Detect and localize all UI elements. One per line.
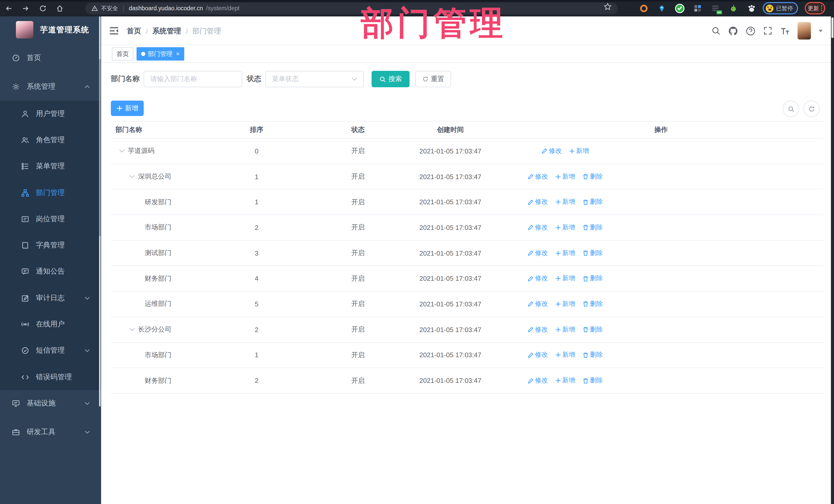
sidebar: 芋道管理系统 首页 系统管理 用户管理 角色管理: [0, 17, 101, 504]
sidebar-item-sms[interactable]: 短信管理: [0, 337, 101, 364]
dept-name-cell: 财务部门: [111, 266, 228, 291]
extension-paw[interactable]: [746, 3, 757, 14]
delete-link[interactable]: 删除: [582, 274, 603, 283]
window-scrollbar[interactable]: [831, 17, 834, 504]
close-icon[interactable]: ×: [176, 51, 180, 57]
delete-link[interactable]: 删除: [582, 249, 603, 257]
edit-link[interactable]: 修改: [527, 223, 548, 232]
caret-down-icon[interactable]: [819, 29, 823, 32]
delete-link[interactable]: 删除: [582, 351, 603, 359]
reset-button[interactable]: 重置: [415, 71, 451, 87]
fullscreen-button[interactable]: [763, 26, 772, 36]
delete-link[interactable]: 删除: [582, 325, 603, 334]
extension-orange-ring[interactable]: [638, 3, 649, 14]
tab-home[interactable]: 首页: [112, 47, 133, 61]
trash-icon: [582, 276, 588, 282]
status-value: 开启: [285, 241, 431, 266]
hamburger-button[interactable]: [109, 26, 119, 36]
add-child-link[interactable]: 新增: [569, 147, 589, 155]
row-actions: 修改 新增 删除: [469, 343, 824, 368]
header-search-button[interactable]: [711, 26, 721, 36]
gear-icon: [12, 83, 20, 91]
extension-green-creature[interactable]: [728, 3, 739, 14]
expand-arrow-icon[interactable]: [129, 175, 135, 179]
pencil-icon: [527, 199, 533, 205]
extension-blue-pin[interactable]: [656, 3, 667, 14]
sidebar-item-online-users[interactable]: 在线用户: [0, 311, 101, 338]
sidebar-item-dict[interactable]: 字典管理: [0, 232, 101, 259]
status-select[interactable]: 菜单状态: [265, 71, 364, 87]
add-child-link[interactable]: 新增: [555, 249, 575, 257]
sidebar-scrollbar-thumb[interactable]: [99, 59, 101, 236]
edit-link[interactable]: 修改: [527, 274, 548, 283]
created-time: 2021-01-05 17:03:47: [431, 266, 469, 291]
breadcrumb-home[interactable]: 首页: [127, 27, 141, 36]
browser-back-button[interactable]: [3, 2, 15, 14]
expand-arrow-icon[interactable]: [129, 327, 135, 332]
extension-blocks[interactable]: [692, 3, 703, 14]
add-child-link[interactable]: 新增: [555, 351, 575, 359]
delete-link[interactable]: 删除: [582, 376, 603, 385]
edit-link[interactable]: 修改: [527, 198, 548, 206]
sidebar-item-infrastructure[interactable]: 基础设施: [0, 391, 101, 416]
search-icon: [788, 106, 794, 112]
bookmark-star-button[interactable]: [603, 3, 612, 11]
col-header-sort: 排序: [228, 122, 285, 138]
profile-paused-badge[interactable]: 已暂停: [763, 2, 798, 14]
add-child-link[interactable]: 新增: [555, 300, 575, 308]
sidebar-scrollbar[interactable]: [99, 17, 101, 407]
sidebar-item-departments[interactable]: 部门管理: [0, 180, 101, 206]
sidebar-item-posts[interactable]: 岗位管理: [0, 206, 101, 232]
dept-name-input[interactable]: 请输入部门名称: [144, 71, 242, 87]
add-child-link[interactable]: 新增: [555, 274, 575, 283]
address-bar[interactable]: 不安全 dashboard.yudao.iocoder.cn/system/de…: [85, 2, 618, 14]
edit-link[interactable]: 修改: [527, 172, 548, 181]
browser-home-button[interactable]: [53, 2, 66, 14]
scrollbar-thumb[interactable]: [831, 18, 833, 38]
sidebar-item-dev-tools[interactable]: 研发工具: [0, 420, 101, 445]
edit-link[interactable]: 修改: [527, 351, 548, 359]
pencil-icon: [527, 276, 533, 282]
sidebar-item-audit-log[interactable]: 审计日志: [0, 285, 101, 311]
add-child-link[interactable]: 新增: [555, 172, 575, 181]
help-button[interactable]: [746, 26, 755, 36]
dept-name-cell: 市场部门: [111, 343, 228, 368]
breadcrumb-system[interactable]: 系统管理: [152, 27, 181, 36]
edit-link[interactable]: 修改: [541, 147, 562, 155]
user-avatar[interactable]: [797, 22, 811, 40]
extension-switch-on[interactable]: on: [710, 3, 721, 14]
pencil-icon: [527, 250, 533, 256]
add-child-link[interactable]: 新增: [555, 198, 575, 206]
browser-reload-button[interactable]: [37, 2, 49, 14]
sidebar-item-home[interactable]: 首页: [0, 45, 101, 71]
font-size-button[interactable]: [780, 26, 790, 36]
edit-link[interactable]: 修改: [527, 300, 548, 308]
browser-forward-button[interactable]: [19, 2, 31, 14]
sidebar-item-error-codes[interactable]: 错误码管理: [0, 364, 101, 390]
search-button[interactable]: 搜索: [372, 71, 410, 87]
add-button[interactable]: 新增: [111, 101, 144, 116]
add-child-link[interactable]: 新增: [555, 223, 575, 232]
delete-link[interactable]: 删除: [582, 172, 603, 181]
delete-link[interactable]: 删除: [582, 198, 603, 206]
expand-arrow-icon[interactable]: [119, 149, 125, 153]
delete-link[interactable]: 删除: [582, 300, 603, 308]
sidebar-item-users[interactable]: 用户管理: [0, 101, 101, 127]
edit-link[interactable]: 修改: [527, 376, 548, 385]
sidebar-item-roles[interactable]: 角色管理: [0, 127, 101, 153]
edit-link[interactable]: 修改: [527, 249, 548, 257]
sidebar-item-notice[interactable]: 通知公告: [0, 259, 101, 285]
pencil-icon: [527, 352, 533, 358]
toggle-search-button[interactable]: [783, 101, 799, 117]
add-child-link[interactable]: 新增: [555, 325, 575, 334]
tab-dept-management[interactable]: 部门管理 ×: [136, 47, 184, 61]
sidebar-item-menus[interactable]: 菜单管理: [0, 153, 101, 180]
browser-update-button[interactable]: 更新: [805, 2, 825, 14]
sidebar-item-system[interactable]: 系统管理: [0, 74, 101, 100]
edit-link[interactable]: 修改: [527, 325, 548, 334]
add-child-link[interactable]: 新增: [555, 376, 575, 385]
delete-link[interactable]: 删除: [582, 223, 603, 232]
github-button[interactable]: [728, 26, 738, 36]
extension-green-check[interactable]: [674, 3, 685, 14]
refresh-table-button[interactable]: [803, 101, 820, 117]
